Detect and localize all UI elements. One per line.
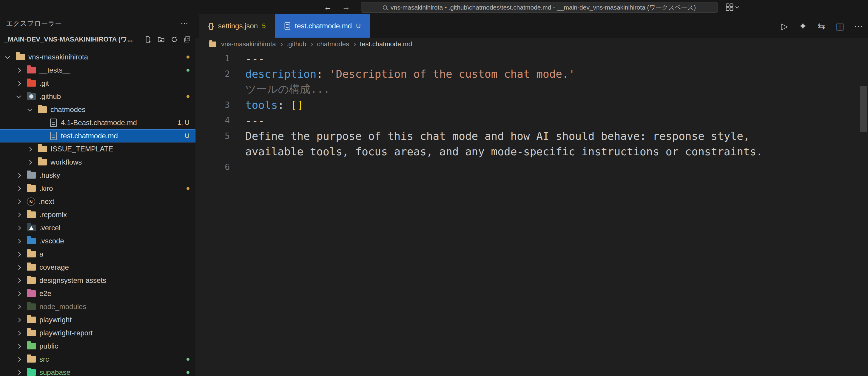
tree-item-chatmodes[interactable]: chatmodes: [0, 103, 195, 116]
chevron-right-icon: [17, 212, 21, 217]
workspace-section-header[interactable]: _MAIN-DEV_VNS-MASAKINIHIROTA (ワ...: [0, 33, 195, 46]
folder-icon: [38, 106, 47, 113]
code-line[interactable]: 4---: [195, 113, 868, 128]
folder-icon: [27, 356, 36, 363]
run-button[interactable]: ▷: [780, 21, 789, 31]
tree-item-label: .next: [39, 197, 54, 206]
tab-bar: {}settings.json5test.chatmode.mdU▷⇆◫⋯: [195, 15, 868, 38]
tab-test.chatmode.md[interactable]: test.chatmode.mdU: [275, 15, 370, 38]
breadcrumb-separator-icon: [280, 43, 283, 46]
new-folder-icon[interactable]: [156, 34, 166, 45]
tree-item-label: workflows: [51, 158, 82, 166]
git-status-dot: [186, 95, 189, 98]
chevron-right-icon: [17, 265, 21, 270]
accounts-cluster[interactable]: [726, 0, 739, 15]
copilot-icon[interactable]: [798, 22, 808, 30]
folder-icon: [27, 211, 36, 218]
command-center[interactable]: vns-masakinihirota • .github\chatmodes\t…: [361, 2, 718, 12]
code-line[interactable]: available tools, focus areas, and any mo…: [195, 144, 868, 159]
breadcrumb-item-.github[interactable]: .github: [286, 40, 306, 48]
tree-item-label: .repomix: [39, 210, 67, 219]
code-line[interactable]: 6: [195, 159, 868, 175]
code-line[interactable]: 3tools: []: [195, 97, 868, 113]
compare-changes-icon[interactable]: ⇆: [817, 21, 826, 31]
tree-item-.next[interactable]: N.next: [0, 195, 195, 208]
tree-item-__tests__[interactable]: __tests__: [0, 64, 195, 77]
tree-item-label: 4.1-Beast.chatmode.md: [61, 119, 137, 127]
tree-item-.git[interactable]: .git: [0, 77, 195, 90]
tree-item-node_modules[interactable]: node_modules: [0, 300, 195, 313]
editor-actions: ▷⇆◫⋯: [780, 15, 863, 38]
folder-icon: [27, 290, 36, 297]
breadcrumb-item-chatmodes[interactable]: chatmodes: [317, 40, 349, 48]
json-braces-icon: {}: [208, 22, 214, 30]
explorer-more-actions-icon[interactable]: ⋯: [181, 19, 188, 28]
tree-item-workflows[interactable]: workflows: [0, 155, 195, 169]
tree-item-vns-masakinihirota[interactable]: vns-masakinihirota: [0, 51, 195, 64]
new-file-icon[interactable]: [143, 34, 153, 45]
more-actions-icon[interactable]: ⋯: [854, 21, 863, 31]
chevron-right-icon: [17, 68, 21, 73]
editor-pane[interactable]: 1---2description: 'Description of the cu…: [195, 51, 868, 376]
tree-item-.vercel[interactable]: .vercel: [0, 221, 195, 234]
tree-item-src[interactable]: src: [0, 353, 195, 366]
tree-item-playwright[interactable]: playwright: [0, 313, 195, 326]
tree-item-supabase[interactable]: supabase: [0, 366, 195, 376]
collapse-all-icon[interactable]: [182, 34, 192, 45]
nextjs-folder-icon: N: [27, 197, 35, 206]
tree-item-designsystem-assets[interactable]: designsystem-assets: [0, 274, 195, 287]
breadcrumb-item-vns-masakinihirota[interactable]: vns-masakinihirota: [221, 40, 276, 48]
tree-item-.vscode[interactable]: .vscode: [0, 234, 195, 248]
chevron-right-icon: [17, 186, 21, 191]
git-status-dot: [186, 187, 189, 190]
tab-status-badge: 5: [262, 22, 266, 30]
git-status-dot: [186, 69, 189, 72]
code-line[interactable]: 2description: 'Description of the custom…: [195, 66, 868, 82]
workspace-section-title: _MAIN-DEV_VNS-MASAKINIHIROTA (ワ...: [4, 35, 141, 44]
tree-item-test.chatmode.md[interactable]: test.chatmode.mdU: [0, 129, 195, 142]
code-line[interactable]: 5Define the purpose of this chat mode an…: [195, 128, 868, 144]
back-arrow-icon[interactable]: ←: [324, 3, 332, 12]
tree-item-label: playwright: [39, 316, 72, 324]
tree-item-label: ISSUE_TEMPLATE: [51, 145, 113, 153]
tree-item-ISSUE_TEMPLATE[interactable]: ISSUE_TEMPLATE: [0, 142, 195, 155]
line-number: 5: [195, 131, 230, 141]
folder-icon: [27, 330, 36, 336]
chevron-down-icon: [17, 93, 21, 98]
code-text: ---: [230, 114, 265, 127]
tab-settings.json[interactable]: {}settings.json5: [199, 15, 275, 38]
tree-item-playwright-report[interactable]: playwright-report: [0, 326, 195, 340]
folder-icon: [27, 80, 36, 87]
folder-icon: [27, 317, 36, 323]
refresh-icon[interactable]: [169, 34, 179, 45]
folder-icon: [16, 54, 25, 60]
code-line[interactable]: 1---: [195, 51, 868, 66]
line-number: 4: [195, 116, 230, 125]
code-line[interactable]: ツールの構成...: [195, 82, 868, 97]
forward-arrow-icon[interactable]: →: [342, 3, 350, 12]
folder-icon: [27, 277, 36, 284]
tree-item-label: chatmodes: [51, 106, 85, 114]
code-text: tools: []: [230, 99, 304, 111]
tree-item-.kiro[interactable]: .kiro: [0, 182, 195, 195]
tree-item-e2e[interactable]: e2e: [0, 287, 195, 300]
tree-item-a[interactable]: a: [0, 248, 195, 261]
tree-item-.husky[interactable]: .husky: [0, 169, 195, 182]
tree-item-public[interactable]: public: [0, 340, 195, 353]
vertical-scrollbar[interactable]: [860, 86, 867, 132]
breadcrumb-separator-icon: [310, 43, 313, 46]
tree-item-label: __tests__: [39, 66, 70, 75]
breadcrumb-item-test.chatmode.md[interactable]: test.chatmode.md: [360, 40, 412, 48]
tree-item-label: .kiro: [39, 184, 53, 193]
tree-item-.github[interactable]: .github: [0, 90, 195, 103]
code-text: available tools, focus areas, and any mo…: [230, 145, 763, 158]
tree-item-4.1-Beast.chatmode.md[interactable]: 4.1-Beast.chatmode.md1, U: [0, 116, 195, 129]
tree-item-label: .vscode: [39, 237, 64, 245]
folder-icon: [209, 41, 216, 47]
tree-item-label: .husky: [39, 171, 60, 179]
tree-item-coverage[interactable]: coverage: [0, 261, 195, 274]
tree-item-.repomix[interactable]: .repomix: [0, 208, 195, 221]
chevron-right-icon: [17, 370, 21, 375]
split-editor-icon[interactable]: ◫: [835, 21, 845, 31]
chevron-right-icon: [27, 160, 32, 165]
